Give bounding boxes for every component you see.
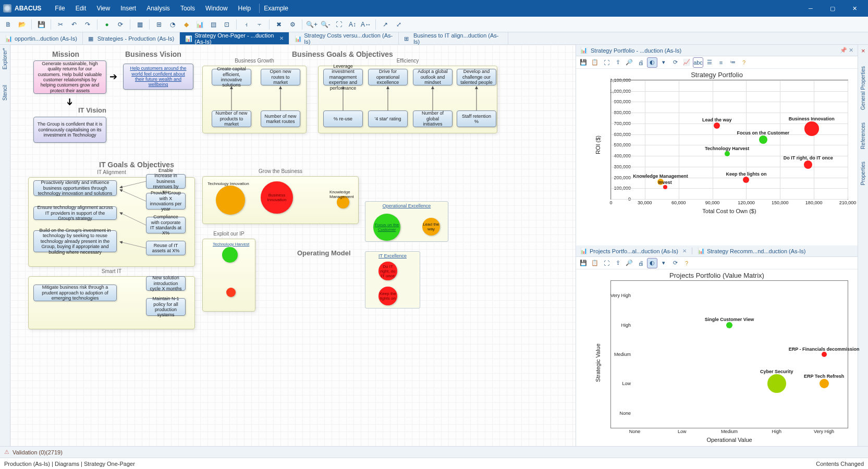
zoom-in-icon[interactable]: 🔍+ (305, 18, 318, 31)
eff-obj4[interactable]: Develop and challenge our talented peopl… (457, 69, 496, 85)
pane-tab-strategy-portfolio[interactable]: 📊 Strategy Portfolio - ...duction (As-Is… (576, 45, 858, 56)
menu-insert[interactable]: Insert (116, 3, 140, 14)
bubble-biz-innovation[interactable]: Business Innovation (261, 181, 293, 214)
text-b-icon[interactable]: A↔ (360, 18, 372, 31)
bar-icon[interactable]: 📊 (193, 18, 206, 31)
new-file-icon[interactable]: 🗎 (2, 18, 15, 31)
run-icon[interactable]: ● (101, 18, 113, 31)
expand-icon[interactable]: ⤢ (393, 18, 405, 31)
italign-k1[interactable]: Enable increase in business revenues by … (146, 174, 186, 189)
explorer-tab[interactable]: Explorer* (2, 48, 8, 69)
zoom-out-icon[interactable]: 🔍- (319, 18, 332, 31)
menu-view[interactable]: View (92, 3, 114, 14)
eff-obj3[interactable]: Adopt a global outlook and mindset (413, 69, 453, 85)
text-a-icon[interactable]: A↕ (346, 18, 359, 31)
refresh-icon[interactable]: ⟳ (670, 258, 680, 268)
eff-m1[interactable]: % re-use (323, 110, 363, 127)
fit-icon[interactable]: ⛶ (333, 18, 345, 31)
export-icon[interactable]: ⇪ (613, 57, 623, 68)
eff-m2[interactable]: '4 star' rating (368, 110, 408, 127)
cube-icon[interactable]: ◆ (180, 18, 192, 31)
tab-close-icon[interactable]: ✕ (279, 35, 284, 41)
bubble-tech-harvest[interactable] (222, 247, 238, 263)
italign-o1[interactable]: Proactively identify and influence busin… (33, 180, 117, 196)
label-icon[interactable]: abc (693, 57, 703, 68)
smartit-o1[interactable]: Mitigate business risk through a prudent… (33, 285, 117, 301)
export-icon[interactable]: ⇪ (613, 258, 623, 268)
pane-tab-projects-portfolio[interactable]: 📊Projects Portfo...al...duction (As-Is)✕ (580, 248, 692, 254)
diagram-canvas[interactable]: Mission Business Vision Business Goals &… (10, 45, 576, 446)
stencil-tab[interactable]: Stencil (2, 85, 8, 101)
bubble-focus-customer[interactable]: Focus on the Customer (373, 214, 400, 241)
tab-strategy-one-pager[interactable]: 📊Strategy One-Pager - ...duction (As-Is)… (180, 32, 289, 44)
save-icon[interactable]: 💾 (578, 258, 589, 268)
eff-m4[interactable]: Staff retention % (457, 110, 496, 127)
filter-icon[interactable]: ☰ (704, 57, 715, 68)
print-icon[interactable]: 🖨 (635, 258, 646, 268)
tab-biz-it-align[interactable]: ⊞Business to IT align...duction (As-Is) (399, 32, 508, 44)
smartit-k2[interactable]: Maintain N-1 policy for all production s… (146, 298, 186, 316)
smartit-k1[interactable]: New solution introduction cycle X months (146, 276, 186, 291)
refresh-icon[interactable]: ⟳ (670, 57, 680, 68)
bvision-box[interactable]: Help customers around the world feel con… (123, 64, 193, 90)
minimize-button[interactable]: ─ (800, 1, 821, 16)
eff-m3[interactable]: Number of global initiatives (413, 110, 453, 127)
layout-icon[interactable]: ⊡ (221, 18, 233, 31)
bubble-lead-way[interactable]: Lead the way (422, 218, 440, 236)
bgrowth-m1[interactable]: Number of new products to market (212, 110, 251, 127)
mode-icon[interactable]: ◐ (647, 57, 657, 68)
bgrowth-m2[interactable]: Number of new market routes (261, 110, 300, 127)
expand-icon[interactable]: ⛶ (601, 258, 612, 268)
save-icon[interactable]: 💾 (35, 18, 47, 31)
menu-edit[interactable]: Edit (71, 3, 91, 14)
menu-help[interactable]: Help (234, 3, 255, 14)
italign-o3[interactable]: Build on the Group's investment in techn… (33, 230, 117, 252)
dropdown-icon[interactable]: ▾ (658, 258, 669, 268)
eff-obj1[interactable]: Leverage investment management expertise… (323, 69, 363, 85)
gear-icon[interactable]: ⚙ (286, 18, 299, 31)
chart-type-icon[interactable]: 📈 (681, 57, 692, 68)
save-icon[interactable]: 💾 (578, 57, 589, 68)
projects-portfolio-plot[interactable]: NoneLowMediumHighVery High NoneLowMedium… (610, 280, 848, 428)
close-button[interactable]: ✕ (844, 1, 865, 16)
options-icon[interactable]: ≔ (727, 57, 738, 68)
tab-strategies[interactable]: ▦Strategies - Production (As-Is) (83, 32, 180, 44)
copy-icon[interactable]: 📋 (590, 258, 600, 268)
italign-k3[interactable]: Compliance with corporate IT standards a… (146, 217, 186, 233)
help-icon[interactable]: ? (681, 258, 692, 268)
tools-icon[interactable]: ✖ (273, 18, 285, 31)
matrix-icon[interactable]: ⊞ (153, 18, 165, 31)
references-tab[interactable]: References (860, 122, 866, 149)
help-icon[interactable]: ? (739, 57, 749, 68)
properties-tab[interactable]: Properties (860, 162, 866, 186)
menu-window[interactable]: Window (201, 3, 232, 14)
menu-tools[interactable]: Tools (176, 3, 199, 14)
bubble-tech-innovation[interactable] (216, 186, 245, 215)
settings-icon[interactable]: ≡ (716, 57, 726, 68)
pie-icon[interactable]: ◔ (166, 18, 179, 31)
cut-icon[interactable]: ✂ (54, 18, 67, 31)
align-icon[interactable]: ⫞ (240, 18, 252, 31)
menu-file[interactable]: File (51, 3, 69, 14)
find-icon[interactable]: 🔎 (624, 258, 634, 268)
expand-icon[interactable]: ⛶ (601, 57, 612, 68)
mode-icon[interactable]: ◐ (647, 258, 657, 268)
maximize-button[interactable]: ▢ (822, 1, 843, 16)
italign-k4[interactable]: Reuse of IT assets at X% (146, 241, 186, 255)
tab-strategy-costs[interactable]: 📊Strategy Costs versu...duction (As-Is) (289, 32, 399, 44)
distribute-icon[interactable]: ⫟ (253, 18, 266, 31)
undo-icon[interactable]: ↶ (68, 18, 80, 31)
eff-obj2[interactable]: Drive for operational excellence (368, 69, 408, 85)
copy-icon[interactable]: 📋 (590, 57, 600, 68)
pane-tab-strategy-recomm[interactable]: 📊Strategy Recomm...nd...duction (As-Is) (692, 248, 806, 254)
redo-icon[interactable]: ↷ (81, 18, 94, 31)
open-icon[interactable]: 📂 (16, 18, 28, 31)
pin-icon[interactable]: 📌 ✕ (840, 47, 853, 54)
find-icon[interactable]: 🔎 (624, 57, 634, 68)
validation-bar[interactable]: ⚠ Validation (0)(2719) (0, 446, 868, 458)
bgrowth-obj2[interactable]: Open new routes to market (261, 69, 300, 85)
tab-opportunities[interactable]: 📊opportin...duction (As-Is) (0, 32, 83, 44)
dropdown-icon[interactable]: ▾ (658, 57, 669, 68)
mission-box[interactable]: Generate sustainable, high quality retur… (33, 60, 106, 94)
bubble-exploit-small[interactable] (226, 288, 236, 297)
